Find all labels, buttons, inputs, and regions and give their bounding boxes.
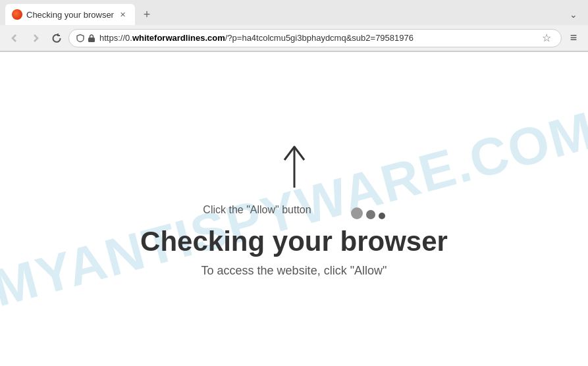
- page-content: MYANTISPYWARE.COM Click the "Allow" butt…: [0, 52, 588, 366]
- dot-3: [379, 213, 385, 219]
- click-allow-text: Click the "Allow" button: [203, 204, 311, 216]
- address-prefix: https://0.: [99, 33, 132, 43]
- active-tab[interactable]: Checking your browser ✕: [5, 4, 135, 25]
- tab-menu-button[interactable]: ⌄: [564, 5, 583, 24]
- dot-1: [351, 207, 363, 219]
- tab-title: Checking your browser: [26, 10, 114, 20]
- browser-menu-button[interactable]: ≡: [564, 29, 583, 47]
- forward-button[interactable]: [26, 29, 45, 47]
- click-allow-row: Click the "Allow" button: [203, 201, 385, 219]
- content-wrapper: Click the "Allow" button Checking your b…: [140, 142, 448, 278]
- browser-chrome: Checking your browser ✕ + ⌄: [0, 0, 588, 52]
- back-button[interactable]: [5, 29, 24, 47]
- shield-icon: [76, 34, 85, 43]
- main-heading: Checking your browser: [140, 226, 448, 257]
- sub-text: To access the website, click "Allow": [201, 264, 387, 278]
- tab-close-button[interactable]: ✕: [118, 9, 128, 20]
- new-tab-button[interactable]: +: [138, 5, 156, 24]
- tab-favicon-icon: [12, 9, 22, 20]
- nav-bar: https://0.whiteforwardlines.com/?p=ha4tc…: [0, 25, 588, 51]
- dot-2: [366, 210, 375, 219]
- dots-indicator: [351, 207, 385, 219]
- arrow-up-icon: [278, 142, 311, 194]
- lock-icon: [88, 34, 95, 43]
- reload-button[interactable]: [47, 29, 66, 47]
- address-icons: [76, 34, 95, 43]
- svg-rect-0: [88, 38, 95, 42]
- address-text: https://0.whiteforwardlines.com/?p=ha4tc…: [99, 33, 535, 43]
- address-suffix: /?p=ha4tcolcmu5gi3bphaydcmq&sub2=7958197…: [225, 33, 414, 43]
- tab-bar: Checking your browser ✕ + ⌄: [0, 0, 588, 25]
- address-bar[interactable]: https://0.whiteforwardlines.com/?p=ha4tc…: [68, 29, 562, 47]
- bookmark-button[interactable]: ☆: [539, 30, 554, 46]
- address-domain: whiteforwardlines.com: [132, 33, 225, 43]
